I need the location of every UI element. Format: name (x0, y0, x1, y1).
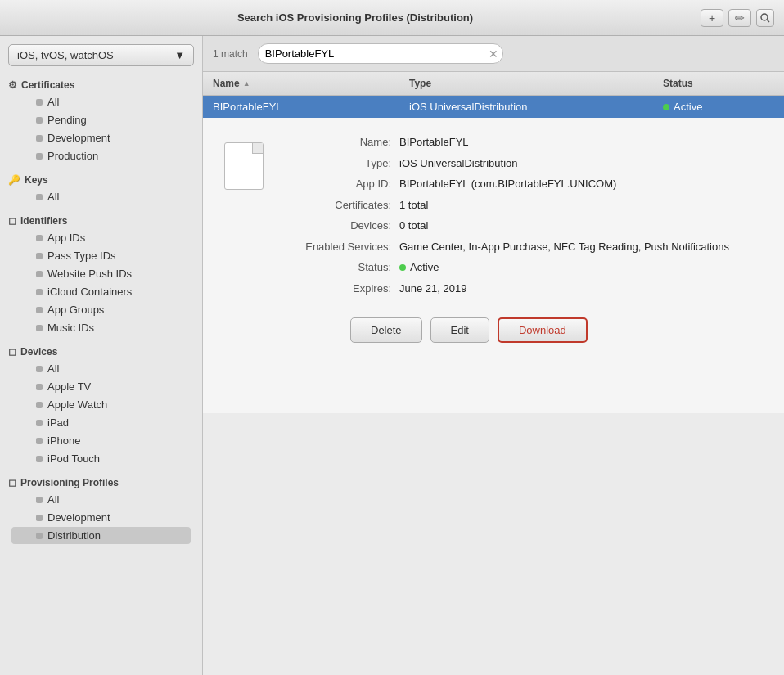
dot-icon (36, 253, 43, 259)
dot-icon (36, 135, 43, 142)
distribution-label: Distribution (47, 529, 101, 542)
sidebar-item-iphone[interactable]: iPhone (11, 432, 191, 449)
active-dot-icon (399, 264, 406, 271)
status-label: Status: (285, 259, 399, 276)
column-name[interactable]: Name ▲ (203, 75, 399, 92)
column-type[interactable]: Type (399, 75, 653, 92)
dropdown-label: iOS, tvOS, watchOS (17, 49, 114, 61)
dot-icon (36, 420, 43, 426)
sidebar: iOS, tvOS, watchOS ▼ ⚙ Certificates All … (0, 36, 203, 675)
provisioning-header: ◻ Provisioning Profiles (8, 477, 194, 488)
sidebar-item-all-profiles[interactable]: All (11, 491, 191, 508)
dot-icon (36, 325, 43, 331)
dot-icon (36, 515, 43, 521)
main-layout: iOS, tvOS, watchOS ▼ ⚙ Certificates All … (0, 36, 784, 675)
cell-name: BIPortableFYL (203, 96, 399, 118)
search-icon (760, 13, 770, 23)
dot-icon (36, 117, 43, 124)
provisioning-section: ◻ Provisioning Profiles All Development … (0, 470, 202, 547)
sidebar-item-distribution[interactable]: Distribution (11, 527, 191, 544)
content-area: 1 match ✕ Name ▲ Type Status BIPortableF… (203, 36, 784, 675)
detail-content: Name: BIPortableFYL Type: iOS UniversalD… (219, 134, 768, 301)
sidebar-item-all-devices[interactable]: All (11, 360, 191, 377)
detail-status-row: Status: Active (285, 259, 768, 276)
svg-point-0 (761, 14, 768, 20)
table-row[interactable]: BIPortableFYL iOS UniversalDistribution … (203, 96, 784, 118)
detail-certs-row: Certificates: 1 total (285, 197, 768, 214)
keys-header: 🔑 Keys (8, 174, 194, 186)
name-value: BIPortableFYL (399, 134, 469, 151)
search-input[interactable] (258, 43, 503, 64)
sidebar-item-app-ids[interactable]: App IDs (11, 229, 191, 246)
dot-icon (36, 438, 43, 444)
sidebar-item-all-keys[interactable]: All (11, 188, 191, 205)
dot-icon (36, 456, 43, 462)
sidebar-item-apple-tv[interactable]: Apple TV (11, 378, 191, 395)
edit-button[interactable]: ✏ (728, 9, 751, 27)
devices-value: 0 total (399, 218, 428, 234)
status-dot-icon (663, 104, 669, 110)
dot-icon (36, 194, 43, 200)
column-status[interactable]: Status (653, 75, 784, 92)
sidebar-item-all-certs[interactable]: All (11, 93, 191, 110)
doc-icon: ◻ (8, 477, 16, 488)
tag-icon: ◻ (8, 215, 16, 227)
file-icon-wrapper (219, 137, 268, 195)
edit-button[interactable]: Edit (430, 317, 489, 343)
delete-button[interactable]: Delete (350, 317, 422, 343)
detail-name-row: Name: BIPortableFYL (285, 134, 768, 151)
sidebar-item-production[interactable]: Production (11, 147, 191, 164)
dot-icon (36, 271, 43, 277)
certificates-header: ⚙ Certificates (8, 79, 194, 91)
search-bar: 1 match ✕ (203, 36, 784, 72)
sidebar-item-ipod-touch[interactable]: iPod Touch (11, 450, 191, 467)
clear-search-icon[interactable]: ✕ (489, 47, 498, 61)
cell-type: iOS UniversalDistribution (399, 96, 653, 118)
titlebar-buttons: + ✏ (701, 9, 774, 27)
key-icon: 🔑 (8, 174, 20, 186)
status-value: Active (399, 259, 439, 276)
certs-label: Certificates: (285, 197, 399, 214)
type-label: Type: (285, 155, 399, 172)
sidebar-item-pending[interactable]: Pending (11, 111, 191, 128)
sidebar-item-development-profiles[interactable]: Development (11, 509, 191, 526)
platform-dropdown[interactable]: iOS, tvOS, watchOS ▼ (8, 44, 194, 66)
devices-header: ◻ Devices (8, 346, 194, 358)
cell-status: Active (653, 96, 784, 118)
table-header: Name ▲ Type Status (203, 72, 784, 96)
sidebar-item-ipad[interactable]: iPad (11, 414, 191, 431)
chevron-down-icon: ▼ (174, 49, 185, 61)
keys-section: 🔑 Keys All (0, 168, 202, 209)
detail-fields: Name: BIPortableFYL Type: iOS UniversalD… (285, 134, 768, 301)
type-value: iOS UniversalDistribution (399, 155, 518, 172)
dot-icon (36, 235, 43, 241)
search-button[interactable] (756, 9, 774, 27)
detail-expires-row: Expires: June 21, 2019 (285, 281, 768, 297)
sidebar-item-music-ids[interactable]: Music IDs (11, 319, 191, 336)
dot-icon (36, 99, 43, 106)
sort-arrow-icon: ▲ (243, 79, 250, 88)
services-value: Game Center, In-App Purchase, NFC Tag Re… (399, 239, 729, 255)
dot-icon (36, 307, 43, 313)
services-label: Enabled Services: (285, 239, 399, 255)
sidebar-item-app-groups[interactable]: App Groups (11, 301, 191, 318)
devices-section: ◻ Devices All Apple TV Apple Watch iPad (0, 340, 202, 470)
expires-value: June 21, 2019 (399, 281, 466, 297)
download-button[interactable]: Download (498, 317, 588, 343)
appid-label: App ID: (285, 176, 399, 192)
sidebar-item-pass-type-ids[interactable]: Pass Type IDs (11, 247, 191, 264)
dot-icon (36, 366, 43, 372)
sidebar-item-website-push-ids[interactable]: Website Push IDs (11, 265, 191, 282)
device-icon: ◻ (8, 346, 16, 358)
add-button[interactable]: + (701, 9, 723, 27)
name-label: Name: (285, 134, 399, 151)
sidebar-item-development-cert[interactable]: Development (11, 129, 191, 146)
certificates-section: ⚙ Certificates All Pending Development P… (0, 73, 202, 168)
action-buttons: Delete Edit Download (350, 317, 768, 343)
dot-icon (36, 533, 43, 539)
sidebar-item-apple-watch[interactable]: Apple Watch (11, 396, 191, 413)
detail-services-row: Enabled Services: Game Center, In-App Pu… (285, 239, 768, 255)
detail-panel: Name: BIPortableFYL Type: iOS UniversalD… (203, 118, 784, 413)
sidebar-item-icloud-containers[interactable]: iCloud Containers (11, 283, 191, 300)
titlebar: Search iOS Provisioning Profiles (Distri… (0, 0, 784, 36)
